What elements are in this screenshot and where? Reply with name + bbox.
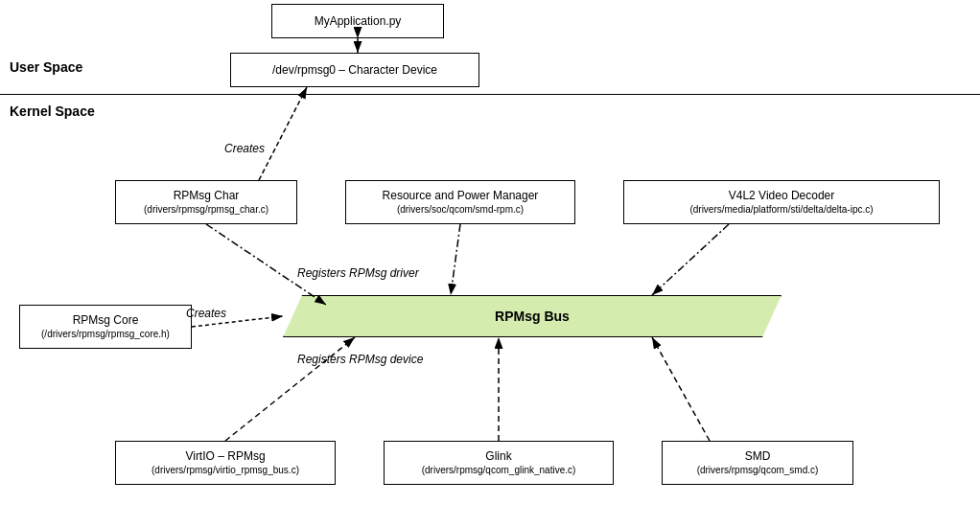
- creates-bus-label: Creates: [186, 307, 226, 320]
- kernel-space-label: Kernel Space: [10, 103, 95, 119]
- rpmsg-char-box: RPMsg Char (drivers/rpmsg/rpmsg_char.c): [115, 180, 297, 224]
- divider-user-kernel: [0, 94, 980, 95]
- resource-power-line1: Resource and Power Manager: [383, 188, 539, 204]
- smd-line2: (drivers/rpmsg/qcom_smd.c): [697, 464, 819, 477]
- my-application-box: MyApplication.py: [271, 4, 444, 38]
- svg-line-3: [206, 224, 326, 305]
- char-device-text: /dev/rpmsg0 – Character Device: [272, 62, 437, 79]
- rpmsg-core-line2: (/drivers/rpmsg/rpmsg_core.h): [41, 328, 170, 341]
- virtio-box: VirtIO – RPMsg (drivers/rpmsg/virtio_rpm…: [115, 441, 336, 485]
- rpmsg-char-line2: (drivers/rpmsg/rpmsg_char.c): [144, 203, 268, 217]
- rpmsg-core-box: RPMsg Core (/drivers/rpmsg/rpmsg_core.h): [19, 305, 192, 349]
- v4l2-line1: V4L2 Video Decoder: [729, 188, 835, 204]
- virtio-line2: (drivers/rpmsg/virtio_rpmsg_bus.c): [152, 464, 299, 477]
- rpmsg-bus-box: RPMsg Bus: [283, 295, 782, 337]
- resource-power-box: Resource and Power Manager (drivers/soc/…: [345, 180, 575, 224]
- v4l2-box: V4L2 Video Decoder (drivers/media/platfo…: [623, 180, 940, 224]
- smd-box: SMD (drivers/rpmsg/qcom_smd.c): [662, 441, 853, 485]
- virtio-line1: VirtIO – RPMsg: [185, 448, 265, 465]
- rpmsg-char-line1: RPMsg Char: [174, 188, 240, 204]
- creates-char-label: Creates: [224, 142, 265, 155]
- svg-line-4: [451, 224, 460, 295]
- user-space-label: User Space: [10, 59, 82, 75]
- glink-line2: (drivers/rpmsg/qcom_glink_native.c): [422, 464, 576, 477]
- char-device-box: /dev/rpmsg0 – Character Device: [230, 53, 479, 87]
- smd-line1: SMD: [745, 448, 771, 465]
- rpmsg-bus-label: RPMsg Bus: [495, 309, 570, 324]
- resource-power-line2: (drivers/soc/qcom/smd-rpm.c): [397, 203, 524, 217]
- registers-driver-label: Registers RPMsg driver: [297, 266, 419, 280]
- glink-box: Glink (drivers/rpmsg/qcom_glink_native.c…: [384, 441, 614, 485]
- svg-line-2: [259, 87, 307, 180]
- my-application-text: MyApplication.py: [315, 13, 402, 30]
- svg-line-5: [652, 224, 729, 295]
- rpmsg-core-line1: RPMsg Core: [73, 312, 139, 329]
- glink-line1: Glink: [485, 448, 511, 465]
- registers-device-label: Registers RPMsg device: [297, 353, 423, 366]
- diagram-container: User Space Kernel Space MyApplication.py…: [0, 0, 980, 527]
- v4l2-line2: (drivers/media/platform/sti/delta/delta-…: [689, 203, 873, 217]
- svg-line-9: [652, 337, 710, 441]
